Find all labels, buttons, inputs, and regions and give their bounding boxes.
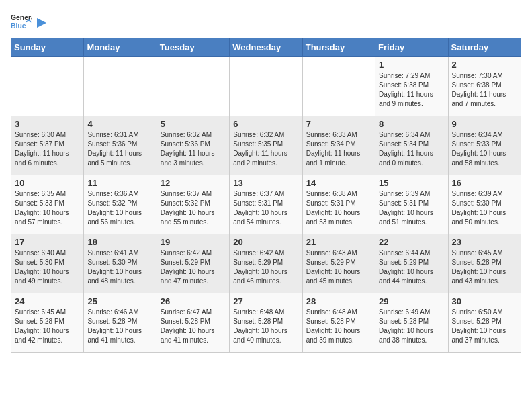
header-tuesday: Tuesday [157,38,229,57]
week-row-3: 10Sunrise: 6:35 AM Sunset: 5:33 PM Dayli… [11,175,521,234]
day-info: Sunrise: 6:38 AM Sunset: 5:31 PM Dayligh… [306,189,371,227]
day-info: Sunrise: 6:48 AM Sunset: 5:28 PM Dayligh… [233,308,298,345]
cell-w4-d6: 22Sunrise: 6:44 AM Sunset: 5:29 PM Dayli… [375,234,448,293]
day-number: 22 [379,237,444,247]
day-info: Sunrise: 6:32 AM Sunset: 5:35 PM Dayligh… [233,130,298,168]
cell-w3-d7: 16Sunrise: 6:39 AM Sunset: 5:30 PM Dayli… [448,175,521,234]
day-number: 7 [306,119,371,129]
day-number: 13 [233,178,298,188]
header-thursday: Thursday [302,38,375,57]
header-friday: Friday [375,38,448,57]
week-row-2: 3Sunrise: 6:30 AM Sunset: 5:37 PM Daylig… [11,116,521,175]
header-sunday: Sunday [11,38,84,57]
cell-w5-d1: 24Sunrise: 6:45 AM Sunset: 5:28 PM Dayli… [11,293,84,353]
cell-w2-d3: 5Sunrise: 6:32 AM Sunset: 5:36 PM Daylig… [157,116,229,175]
header: General Blue [11,11,521,32]
day-number: 18 [87,237,152,247]
day-number: 20 [233,237,298,247]
day-number: 6 [233,119,298,129]
day-number: 5 [161,119,226,129]
calendar-header: SundayMondayTuesdayWednesdayThursdayFrid… [11,38,521,57]
day-number: 9 [452,119,517,129]
calendar-table: SundayMondayTuesdayWednesdayThursdayFrid… [11,38,521,353]
cell-w2-d7: 9Sunrise: 6:34 AM Sunset: 5:33 PM Daylig… [448,116,521,175]
day-info: Sunrise: 6:44 AM Sunset: 5:29 PM Dayligh… [379,248,444,286]
day-info: Sunrise: 6:47 AM Sunset: 5:28 PM Dayligh… [161,308,226,345]
day-info: Sunrise: 6:34 AM Sunset: 5:33 PM Dayligh… [452,130,517,168]
cell-w1-d7: 2Sunrise: 7:30 AM Sunset: 6:38 PM Daylig… [448,57,521,116]
day-info: Sunrise: 6:35 AM Sunset: 5:33 PM Dayligh… [15,189,80,227]
day-number: 11 [87,178,152,188]
day-info: Sunrise: 6:40 AM Sunset: 5:30 PM Dayligh… [15,248,80,286]
day-number: 16 [452,178,517,188]
day-info: Sunrise: 6:39 AM Sunset: 5:31 PM Dayligh… [379,189,444,227]
cell-w1-d3 [157,57,229,116]
day-info: Sunrise: 6:49 AM Sunset: 5:28 PM Dayligh… [379,308,444,345]
cell-w1-d6: 1Sunrise: 7:29 AM Sunset: 6:38 PM Daylig… [375,57,448,116]
day-number: 25 [87,296,152,306]
cell-w3-d1: 10Sunrise: 6:35 AM Sunset: 5:33 PM Dayli… [11,175,84,234]
day-number: 12 [161,178,226,188]
day-info: Sunrise: 6:50 AM Sunset: 5:28 PM Dayligh… [452,308,517,345]
day-info: Sunrise: 6:30 AM Sunset: 5:37 PM Dayligh… [15,130,80,168]
cell-w5-d7: 30Sunrise: 6:50 AM Sunset: 5:28 PM Dayli… [448,293,521,353]
day-info: Sunrise: 6:39 AM Sunset: 5:30 PM Dayligh… [452,189,517,227]
day-number: 26 [161,296,226,306]
day-number: 10 [15,178,80,188]
cell-w4-d4: 20Sunrise: 6:42 AM Sunset: 5:29 PM Dayli… [230,234,302,293]
day-info: Sunrise: 6:45 AM Sunset: 5:28 PM Dayligh… [452,248,517,286]
day-number: 30 [452,296,517,306]
header-monday: Monday [84,38,157,57]
day-number: 27 [233,296,298,306]
day-info: Sunrise: 6:34 AM Sunset: 5:34 PM Dayligh… [379,130,444,168]
day-number: 19 [161,237,226,247]
day-number: 8 [379,119,444,129]
header-wednesday: Wednesday [230,38,302,57]
cell-w5-d3: 26Sunrise: 6:47 AM Sunset: 5:28 PM Dayli… [157,293,229,353]
day-info: Sunrise: 6:42 AM Sunset: 5:29 PM Dayligh… [233,248,298,286]
cell-w5-d4: 27Sunrise: 6:48 AM Sunset: 5:28 PM Dayli… [230,293,302,353]
cell-w2-d1: 3Sunrise: 6:30 AM Sunset: 5:37 PM Daylig… [11,116,84,175]
cell-w3-d3: 12Sunrise: 6:37 AM Sunset: 5:32 PM Dayli… [157,175,229,234]
cell-w3-d2: 11Sunrise: 6:36 AM Sunset: 5:32 PM Dayli… [84,175,157,234]
day-info: Sunrise: 6:46 AM Sunset: 5:28 PM Dayligh… [87,308,152,345]
day-info: Sunrise: 6:32 AM Sunset: 5:36 PM Dayligh… [161,130,226,168]
cell-w3-d5: 14Sunrise: 6:38 AM Sunset: 5:31 PM Dayli… [302,175,375,234]
cell-w1-d5 [302,57,375,116]
calendar-body: 1Sunrise: 7:29 AM Sunset: 6:38 PM Daylig… [11,57,521,353]
day-number: 14 [306,178,371,188]
cell-w4-d2: 18Sunrise: 6:41 AM Sunset: 5:30 PM Dayli… [84,234,157,293]
cell-w2-d6: 8Sunrise: 6:34 AM Sunset: 5:34 PM Daylig… [375,116,448,175]
day-number: 2 [452,60,517,70]
day-info: Sunrise: 6:45 AM Sunset: 5:28 PM Dayligh… [15,308,80,345]
logo: General Blue [11,11,48,32]
cell-w5-d6: 29Sunrise: 6:49 AM Sunset: 5:28 PM Dayli… [375,293,448,353]
svg-marker-2 [37,18,46,28]
day-info: Sunrise: 7:30 AM Sunset: 6:38 PM Dayligh… [452,71,517,109]
cell-w2-d2: 4Sunrise: 6:31 AM Sunset: 5:36 PM Daylig… [84,116,157,175]
cell-w2-d4: 6Sunrise: 6:32 AM Sunset: 5:35 PM Daylig… [230,116,302,175]
day-info: Sunrise: 6:43 AM Sunset: 5:29 PM Dayligh… [306,248,371,286]
day-info: Sunrise: 6:37 AM Sunset: 5:32 PM Dayligh… [161,189,226,227]
cell-w5-d5: 28Sunrise: 6:48 AM Sunset: 5:28 PM Dayli… [302,293,375,353]
week-row-1: 1Sunrise: 7:29 AM Sunset: 6:38 PM Daylig… [11,57,521,116]
cell-w1-d2 [84,57,157,116]
day-info: Sunrise: 6:31 AM Sunset: 5:36 PM Dayligh… [87,130,152,168]
cell-w5-d2: 25Sunrise: 6:46 AM Sunset: 5:28 PM Dayli… [84,293,157,353]
cell-w1-d4 [230,57,302,116]
day-number: 28 [306,296,371,306]
day-info: Sunrise: 6:37 AM Sunset: 5:31 PM Dayligh… [233,189,298,227]
cell-w4-d3: 19Sunrise: 6:42 AM Sunset: 5:29 PM Dayli… [157,234,229,293]
cell-w4-d7: 23Sunrise: 6:45 AM Sunset: 5:28 PM Dayli… [448,234,521,293]
header-saturday: Saturday [448,38,521,57]
cell-w3-d4: 13Sunrise: 6:37 AM Sunset: 5:31 PM Dayli… [230,175,302,234]
cell-w2-d5: 7Sunrise: 6:33 AM Sunset: 5:34 PM Daylig… [302,116,375,175]
day-info: Sunrise: 6:33 AM Sunset: 5:34 PM Dayligh… [306,130,371,168]
day-number: 3 [15,119,80,129]
logo-icon: General Blue [11,11,32,32]
day-info: Sunrise: 6:36 AM Sunset: 5:32 PM Dayligh… [87,189,152,227]
day-number: 29 [379,296,444,306]
day-info: Sunrise: 6:42 AM Sunset: 5:29 PM Dayligh… [161,248,226,286]
day-number: 21 [306,237,371,247]
day-info: Sunrise: 6:48 AM Sunset: 5:28 PM Dayligh… [306,308,371,345]
